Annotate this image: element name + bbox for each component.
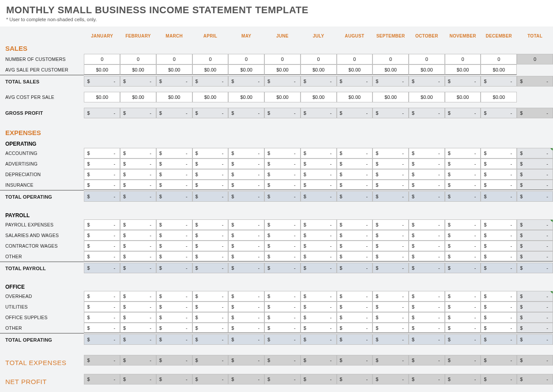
cell[interactable]: $- [372, 148, 409, 158]
cell[interactable]: $- [264, 241, 301, 251]
cell[interactable]: $- [337, 148, 373, 158]
cell[interactable]: $- [264, 148, 301, 158]
cell[interactable]: $- [84, 251, 120, 262]
cell[interactable]: $- [84, 219, 120, 230]
cell[interactable]: $- [156, 148, 192, 158]
cell[interactable]: $0.00 [156, 64, 192, 75]
cell[interactable]: $- [481, 148, 517, 158]
cell[interactable]: $- [228, 219, 264, 230]
cell[interactable]: $0.00 [84, 64, 120, 75]
cell[interactable]: $- [372, 169, 409, 180]
cell[interactable]: $0.00 [264, 64, 301, 75]
cell[interactable]: $- [372, 323, 409, 333]
cell[interactable]: $- [337, 241, 373, 251]
cell[interactable]: $0.00 [84, 92, 120, 102]
cell[interactable]: $- [156, 230, 192, 241]
cell[interactable]: $- [192, 312, 229, 323]
cell[interactable]: $- [120, 291, 156, 302]
cell[interactable]: $- [372, 219, 409, 230]
cell[interactable]: $- [301, 291, 337, 302]
cell[interactable]: $- [192, 241, 229, 251]
cell[interactable]: $- [337, 291, 373, 302]
cell[interactable]: $0.00 [301, 92, 337, 102]
cell[interactable]: $- [481, 180, 517, 190]
cell[interactable]: $- [409, 180, 445, 190]
cell[interactable]: $- [409, 312, 445, 323]
cell[interactable]: $- [337, 323, 373, 333]
cell[interactable]: $- [481, 323, 517, 333]
cell[interactable]: $- [84, 169, 120, 180]
cell[interactable]: $- [264, 312, 301, 323]
cell[interactable]: $- [372, 291, 409, 302]
cell[interactable]: $- [228, 323, 264, 333]
cell[interactable]: $- [301, 180, 337, 190]
cell[interactable]: $- [409, 323, 445, 333]
cell[interactable]: $0.00 [337, 92, 373, 102]
cell[interactable]: $0.00 [228, 92, 264, 102]
cell[interactable]: $- [192, 302, 229, 312]
cell[interactable]: $- [84, 148, 120, 158]
cell[interactable]: $- [264, 169, 301, 180]
cell[interactable]: $- [372, 251, 409, 262]
cell[interactable]: $- [445, 312, 481, 323]
cell[interactable]: $- [409, 291, 445, 302]
cell[interactable]: $- [445, 180, 481, 190]
cell[interactable]: $- [120, 323, 156, 333]
cell[interactable]: 0 [264, 54, 301, 64]
cell[interactable]: $- [372, 180, 409, 190]
cell[interactable]: $- [301, 241, 337, 251]
cell[interactable]: $0.00 [409, 92, 445, 102]
cell[interactable]: $- [264, 219, 301, 230]
cell[interactable]: $- [120, 219, 156, 230]
cell[interactable]: $- [372, 302, 409, 312]
cell[interactable]: 0 [301, 54, 337, 64]
cell[interactable]: $- [445, 251, 481, 262]
cell[interactable]: $- [192, 291, 229, 302]
cell[interactable]: $- [301, 302, 337, 312]
cell[interactable]: $- [481, 291, 517, 302]
cell[interactable]: $0.00 [228, 64, 264, 75]
cell[interactable]: 0 [337, 54, 373, 64]
cell[interactable]: $- [481, 251, 517, 262]
cell[interactable]: $- [192, 251, 229, 262]
cell[interactable]: $0.00 [120, 92, 156, 102]
cell[interactable]: 0 [409, 54, 445, 64]
cell[interactable]: $0.00 [301, 64, 337, 75]
cell[interactable]: $- [264, 251, 301, 262]
cell[interactable]: $- [337, 312, 373, 323]
cell[interactable]: $- [409, 302, 445, 312]
cell[interactable]: $- [481, 219, 517, 230]
cell[interactable]: 0 [84, 54, 120, 64]
cell[interactable]: $- [372, 158, 409, 169]
cell[interactable]: $- [120, 251, 156, 262]
cell[interactable]: $- [84, 302, 120, 312]
cell[interactable]: $- [120, 180, 156, 190]
cell[interactable]: $- [409, 241, 445, 251]
cell[interactable]: $- [192, 180, 229, 190]
cell[interactable]: $- [445, 169, 481, 180]
cell[interactable]: $- [337, 219, 373, 230]
cell[interactable]: $- [192, 230, 229, 241]
cell[interactable]: $- [84, 158, 120, 169]
cell[interactable]: $- [192, 219, 229, 230]
cell[interactable]: $- [228, 158, 264, 169]
cell[interactable]: $0.00 [372, 64, 409, 75]
cell[interactable]: $- [264, 158, 301, 169]
cell[interactable]: $- [156, 312, 192, 323]
cell[interactable]: $- [228, 251, 264, 262]
cell[interactable]: $- [228, 230, 264, 241]
cell[interactable]: $- [84, 230, 120, 241]
cell[interactable]: $- [301, 148, 337, 158]
cell[interactable]: $0.00 [481, 92, 517, 102]
cell[interactable]: $- [156, 241, 192, 251]
cell[interactable]: 0 [156, 54, 192, 64]
cell[interactable]: $- [445, 323, 481, 333]
cell[interactable]: $- [337, 251, 373, 262]
cell[interactable]: $- [192, 148, 229, 158]
cell[interactable]: $- [228, 180, 264, 190]
cell[interactable]: $- [409, 169, 445, 180]
cell[interactable]: $- [264, 291, 301, 302]
cell[interactable]: $0.00 [445, 92, 481, 102]
cell[interactable]: $0.00 [264, 92, 301, 102]
cell[interactable]: $0.00 [192, 92, 229, 102]
